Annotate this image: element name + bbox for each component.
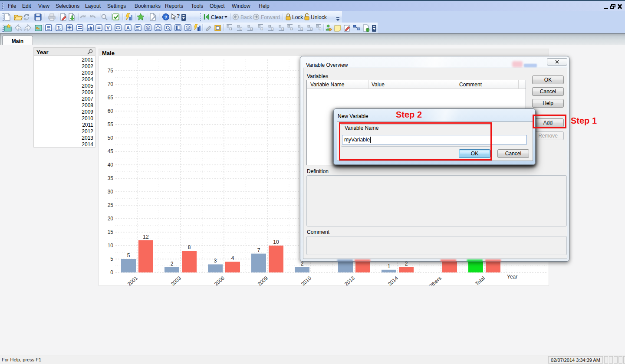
svg-text:2006: 2006 (213, 275, 226, 285)
svg-text:25: 25 (108, 202, 114, 208)
svg-text:5: 5 (127, 253, 130, 259)
svg-text:Forward: Forward (261, 14, 280, 20)
svg-text:Unlock: Unlock (311, 14, 327, 20)
svg-text:A: A (126, 25, 130, 30)
svg-text:4: 4 (231, 255, 234, 261)
svg-text:Lock: Lock (292, 14, 303, 20)
svg-text:50: 50 (108, 135, 114, 141)
svg-text:Others: Others (427, 275, 443, 285)
svg-text:2013: 2013 (343, 275, 356, 285)
svg-text:Total: Total (474, 275, 486, 285)
svg-text:5: 5 (110, 256, 113, 262)
svg-text:1: 1 (388, 263, 391, 269)
svg-text:Year: Year (507, 274, 517, 280)
svg-text:2001: 2001 (126, 275, 139, 285)
svg-text:30: 30 (108, 189, 114, 195)
svg-text:45: 45 (108, 148, 114, 154)
svg-text:10: 10 (108, 243, 114, 249)
svg-text:?: ? (164, 15, 168, 20)
svg-text:70: 70 (108, 81, 114, 87)
svg-text:Σ: Σ (57, 25, 61, 31)
svg-text:2003: 2003 (170, 275, 182, 285)
svg-text:7: 7 (257, 247, 260, 253)
svg-text:6: 6 (147, 26, 149, 30)
svg-text:12: 12 (143, 234, 149, 240)
svg-text:V: V (106, 25, 110, 30)
svg-text:2014: 2014 (387, 275, 399, 285)
svg-text:65: 65 (108, 95, 114, 101)
svg-text:10: 10 (273, 239, 279, 245)
svg-text:55: 55 (108, 121, 114, 128)
svg-text:40: 40 (108, 162, 114, 168)
svg-text:60: 60 (108, 108, 114, 114)
svg-text:Clear: Clear (211, 14, 224, 20)
svg-text:2010: 2010 (300, 275, 312, 285)
svg-text:20: 20 (108, 216, 114, 222)
svg-text:75: 75 (108, 68, 114, 74)
svg-text:2: 2 (171, 261, 174, 267)
svg-text:35: 35 (108, 175, 114, 181)
svg-text:Back: Back (240, 14, 253, 20)
svg-text:0: 0 (110, 269, 113, 275)
svg-text:15: 15 (108, 229, 114, 235)
svg-text:2009: 2009 (257, 275, 269, 285)
svg-text:8: 8 (188, 244, 191, 250)
svg-text:3: 3 (214, 258, 217, 264)
svg-text:?: ? (177, 13, 180, 19)
